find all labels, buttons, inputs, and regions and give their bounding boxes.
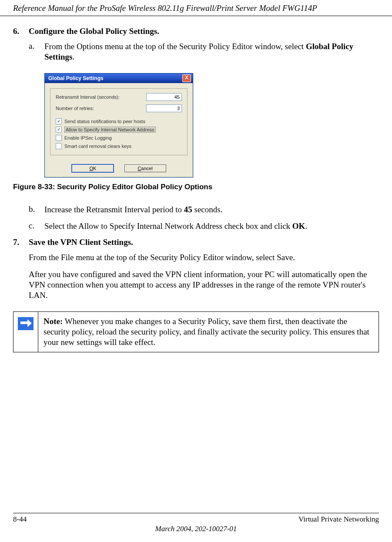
text-post: seconds. bbox=[192, 205, 223, 214]
page-header: Reference Manual for the ProSafe Wireles… bbox=[0, 0, 392, 16]
substep-6c: c. Select the Allow to Specify Internal … bbox=[29, 221, 379, 231]
retransmit-label: Retransmit Interval (seconds): bbox=[56, 94, 146, 100]
step-title: Save the VPN Client Settings. bbox=[29, 238, 133, 247]
text-post: . bbox=[305, 221, 307, 231]
cancel-button[interactable]: Cancel bbox=[124, 164, 166, 172]
text-bold: OK bbox=[292, 221, 305, 231]
step-number: 7. bbox=[13, 238, 29, 247]
page-footer: 8-44 Virtual Private Networking March 20… bbox=[0, 513, 392, 533]
checkbox-icon[interactable] bbox=[56, 118, 62, 124]
substep-6b: b. Increase the Retransmit Interval peri… bbox=[29, 204, 379, 215]
checkbox-label: Send status notifications to peer hosts bbox=[64, 119, 145, 124]
figure-caption: Figure 8-33: Security Policy Editor Glob… bbox=[13, 183, 379, 191]
retransmit-row: Retransmit Interval (seconds): bbox=[56, 93, 182, 101]
substep-text: Increase the Retransmit Interval period … bbox=[44, 204, 222, 215]
checkbox-row-3[interactable]: Enable IPSec Logging bbox=[56, 135, 182, 141]
text-pre: Increase the Retransmit Interval period … bbox=[44, 205, 184, 214]
checkbox-row-1[interactable]: Send status notifications to peer hosts bbox=[56, 118, 182, 124]
close-button[interactable]: X bbox=[182, 74, 191, 82]
ok-rest: K bbox=[93, 166, 96, 171]
retries-row: Number of retries: bbox=[56, 104, 182, 112]
section-name: Virtual Private Networking bbox=[298, 515, 379, 524]
footer-top: 8-44 Virtual Private Networking bbox=[13, 513, 379, 524]
dialog-buttons: OK Cancel bbox=[45, 161, 193, 177]
substep-text: From the Options menu at the top of the … bbox=[44, 41, 379, 63]
step-6: 6. Configure the Global Policy Settings. bbox=[13, 27, 379, 36]
checkbox-row-4[interactable]: Smart card removal clears keys bbox=[56, 143, 182, 149]
checkbox-icon[interactable] bbox=[56, 127, 62, 133]
substep-letter: a. bbox=[29, 41, 44, 63]
checkbox-icon[interactable] bbox=[56, 143, 62, 149]
step7-para2: After you have configured and saved the … bbox=[29, 269, 379, 301]
page-content: 6. Configure the Global Policy Settings.… bbox=[0, 16, 392, 352]
arrow-right-icon bbox=[18, 317, 34, 330]
checkbox-label: Allow to Specify Internal Network Addres… bbox=[64, 127, 156, 133]
note-box: Note: Whenever you make changes to a Sec… bbox=[13, 311, 379, 353]
substep-letter: c. bbox=[29, 221, 44, 231]
dialog-title: Global Policy Settings bbox=[47, 75, 182, 81]
step-7: 7. Save the VPN Client Settings. bbox=[13, 238, 379, 247]
step-title: Configure the Global Policy Settings. bbox=[29, 27, 159, 36]
cancel-rest: ancel bbox=[141, 166, 152, 171]
global-policy-dialog: Global Policy Settings X Retransmit Inte… bbox=[44, 73, 193, 177]
step-number: 6. bbox=[13, 27, 29, 36]
substep-text: Select the Allow to Specify Internal Net… bbox=[44, 221, 307, 231]
substep-letter: b. bbox=[29, 204, 44, 215]
footer-date: March 2004, 202-10027-01 bbox=[13, 525, 379, 533]
retries-input[interactable] bbox=[146, 104, 182, 112]
page-number: 8-44 bbox=[13, 515, 27, 524]
checkbox-row-2[interactable]: Allow to Specify Internal Network Addres… bbox=[56, 127, 182, 133]
ok-underline: O bbox=[90, 166, 94, 171]
note-body: Whenever you make changes to a Security … bbox=[44, 317, 369, 347]
substep-6a: a. From the Options menu at the top of t… bbox=[29, 41, 379, 63]
ok-button[interactable]: OK bbox=[71, 164, 114, 173]
note-text: Note: Whenever you make changes to a Sec… bbox=[38, 312, 379, 352]
dialog-body: Retransmit Interval (seconds): Number of… bbox=[50, 88, 188, 155]
text-post: . bbox=[72, 52, 74, 61]
step7-para1: From the File menu at the top of the Sec… bbox=[29, 252, 379, 263]
retransmit-input[interactable] bbox=[146, 93, 182, 101]
checkbox-icon[interactable] bbox=[56, 135, 62, 141]
retries-label: Number of retries: bbox=[56, 106, 146, 111]
text-bold: 45 bbox=[184, 205, 192, 214]
dialog-titlebar[interactable]: Global Policy Settings X bbox=[45, 74, 193, 83]
text-pre: Select the Allow to Specify Internal Net… bbox=[44, 221, 292, 231]
checkbox-label: Smart card removal clears keys bbox=[64, 144, 131, 149]
note-label: Note: bbox=[44, 317, 63, 326]
note-icon-cell bbox=[13, 312, 38, 352]
header-title: Reference Manual for the ProSafe Wireles… bbox=[13, 3, 317, 13]
text-pre: From the Options menu at the top of the … bbox=[44, 42, 306, 51]
checkbox-label: Enable IPSec Logging bbox=[64, 135, 112, 141]
